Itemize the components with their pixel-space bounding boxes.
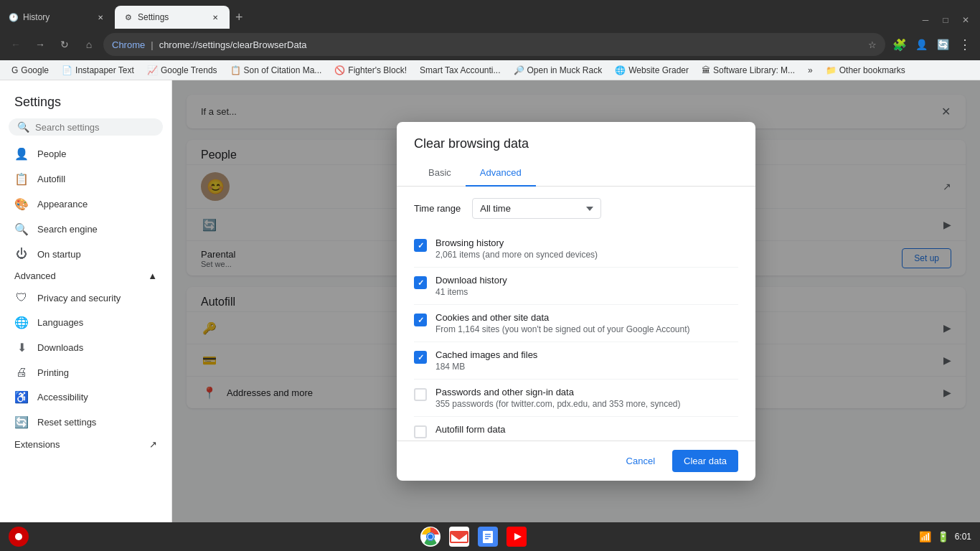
taskbar-left: [9, 527, 29, 547]
taskbar-youtube-icon[interactable]: [505, 525, 528, 548]
bookmark-smarttax[interactable]: Smart Tax Accounti...: [414, 64, 507, 77]
modal-body: Time range All time Last hour Last 24 ho…: [397, 187, 755, 441]
bookmarks-bar: G Google 📄 Instapaper Text 📈 Google Tren…: [0, 60, 980, 80]
sidebar-item-search-engine[interactable]: 🔍 Search engine: [0, 217, 171, 242]
download-history-checkbox[interactable]: [414, 276, 427, 289]
appearance-icon: 🎨: [14, 197, 29, 211]
history-tab-icon: 🕐: [9, 12, 19, 22]
checkbox-browsing-history[interactable]: Browsing history 2,061 items (and more o…: [414, 230, 738, 268]
search-icon: 🔍: [17, 121, 29, 133]
close-window-button[interactable]: ✕: [957, 11, 974, 29]
cancel-button[interactable]: Cancel: [615, 450, 666, 472]
search-settings-bar[interactable]: 🔍: [9, 118, 163, 136]
bookmark-fighters[interactable]: 🚫 Fighter's Block!: [329, 64, 413, 77]
extensions-section[interactable]: Extensions ↗: [0, 435, 171, 454]
new-tab-button[interactable]: +: [230, 6, 249, 29]
modal-overlay: Clear browsing data Basic Advanced Time …: [172, 80, 980, 522]
extensions-icon[interactable]: 🧩: [890, 34, 910, 55]
time-range-select[interactable]: All time Last hour Last 24 hours Last 7 …: [472, 198, 601, 219]
bookmark-star-icon[interactable]: ☆: [868, 39, 877, 50]
clear-data-button[interactable]: Clear data: [672, 450, 738, 472]
cookies-checkbox[interactable]: [414, 314, 427, 326]
taskbar-gmail-icon[interactable]: [448, 525, 471, 548]
address-bar-row: ← → ↻ ⌂ Chrome | ☆ 🧩 👤 🔄 ⋮: [0, 29, 980, 60]
bookmark-muckrack[interactable]: 🔎 Open in Muck Rack: [508, 64, 608, 77]
back-button[interactable]: ←: [6, 34, 26, 55]
sidebar-item-downloads[interactable]: ⬇ Downloads: [0, 335, 171, 360]
bookmark-instapaper[interactable]: 📄 Instapaper Text: [56, 64, 140, 77]
autofill-checkbox[interactable]: [414, 425, 427, 438]
taskbar-chrome-icon[interactable]: [419, 525, 442, 548]
browsing-history-label: Browsing history: [435, 237, 738, 248]
passwords-sub: 355 passwords (for twitter.com, pdx.edu,…: [435, 399, 738, 409]
address-bar[interactable]: Chrome | ☆: [103, 33, 885, 56]
profile-icon[interactable]: 👤: [911, 34, 931, 55]
bookmark-more[interactable]: »: [802, 64, 819, 77]
tab-settings-title: Settings: [138, 12, 205, 22]
tab-settings[interactable]: ⚙ Settings ✕: [115, 6, 230, 29]
sidebar-item-people[interactable]: 👤 People: [0, 141, 171, 166]
bookmark-citation[interactable]: 📋 Son of Citation Ma...: [225, 64, 328, 77]
sidebar-item-autofill[interactable]: 📋 Autofill: [0, 166, 171, 192]
minimize-button[interactable]: ─: [917, 11, 934, 29]
reload-button[interactable]: ↻: [55, 34, 75, 55]
cached-images-label: Cached images and files: [435, 349, 738, 360]
sidebar-item-languages[interactable]: 🌐 Languages: [0, 310, 171, 335]
accessibility-icon: ♿: [14, 390, 29, 404]
more-tools-icon[interactable]: ⋮: [954, 34, 974, 55]
modal-tabs: Basic Advanced: [397, 160, 755, 187]
taskbar-docs-icon[interactable]: [476, 525, 499, 548]
modal-footer: Cancel Clear data: [397, 441, 755, 481]
checkbox-cookies[interactable]: Cookies and other site data From 1,164 s…: [414, 305, 738, 342]
tab-history[interactable]: 🕐 History ✕: [0, 6, 115, 29]
sync-icon[interactable]: 🔄: [933, 34, 953, 55]
bookmark-softlib[interactable]: 🏛 Software Library: M...: [696, 64, 801, 77]
sidebar-item-privacy[interactable]: 🛡 Privacy and security: [0, 286, 171, 310]
tab-history-close[interactable]: ✕: [95, 11, 106, 23]
browsing-history-checkbox[interactable]: [414, 239, 427, 252]
svg-rect-10: [485, 538, 489, 540]
sidebar-item-appearance[interactable]: 🎨 Appearance: [0, 192, 171, 217]
taskbar-record-button[interactable]: [9, 527, 29, 547]
checkbox-passwords[interactable]: Passwords and other sign-in data 355 pas…: [414, 380, 738, 417]
bookmark-websitegrader[interactable]: 🌐 Website Grader: [609, 64, 694, 77]
bookmark-trends[interactable]: 📈 Google Trends: [141, 64, 223, 77]
tab-history-title: History: [23, 12, 90, 22]
people-icon: 👤: [14, 147, 29, 161]
address-input[interactable]: [159, 39, 862, 50]
toolbar-icons: 🧩 👤 🔄 ⋮: [890, 34, 974, 55]
taskbar: 📶 🔋 6:01: [0, 522, 980, 551]
svg-rect-8: [485, 534, 491, 535]
tab-basic[interactable]: Basic: [414, 160, 466, 187]
tab-advanced[interactable]: Advanced: [466, 160, 536, 187]
modal-title: Clear browsing data: [397, 122, 755, 160]
cached-images-checkbox[interactable]: [414, 351, 427, 364]
checkbox-download-history[interactable]: Download history 41 items: [414, 268, 738, 305]
bookmark-google[interactable]: G Google: [6, 64, 55, 77]
checkbox-cached-images[interactable]: Cached images and files 184 MB: [414, 342, 738, 380]
restore-button[interactable]: □: [937, 11, 954, 29]
sidebar-item-reset[interactable]: 🔄 Reset settings: [0, 410, 171, 435]
tab-settings-close[interactable]: ✕: [209, 11, 221, 23]
advanced-section-toggle[interactable]: Advanced ▲: [0, 266, 171, 286]
svg-rect-9: [485, 536, 491, 537]
search-engine-icon: 🔍: [14, 222, 29, 236]
search-settings-input[interactable]: [35, 122, 156, 133]
address-bar-prefix: Chrome: [112, 39, 145, 50]
taskbar-time: 6:01: [955, 532, 971, 542]
address-bar-separator: |: [151, 39, 153, 50]
sidebar-item-printing[interactable]: 🖨 Printing: [0, 360, 171, 385]
on-startup-icon: ⏻: [14, 248, 29, 260]
download-history-label: Download history: [435, 275, 738, 286]
passwords-checkbox[interactable]: [414, 388, 427, 401]
settings-sidebar: Settings 🔍 👤 People 📋 Autofill 🎨 Appeara…: [0, 80, 172, 522]
checkbox-autofill[interactable]: Autofill form data: [414, 417, 738, 441]
bookmark-other[interactable]: 📁 Other bookmarks: [820, 64, 911, 77]
sidebar-item-accessibility[interactable]: ♿ Accessibility: [0, 385, 171, 410]
cookies-label: Cookies and other site data: [435, 312, 738, 323]
sidebar-item-on-startup[interactable]: ⏻ On startup: [0, 242, 171, 266]
forward-button[interactable]: →: [30, 34, 50, 55]
svg-point-3: [428, 534, 433, 540]
browser-chrome: 🕐 History ✕ ⚙ Settings ✕ + ─ □ ✕ ← → ↻ ⌂…: [0, 0, 980, 80]
home-button[interactable]: ⌂: [79, 34, 99, 55]
